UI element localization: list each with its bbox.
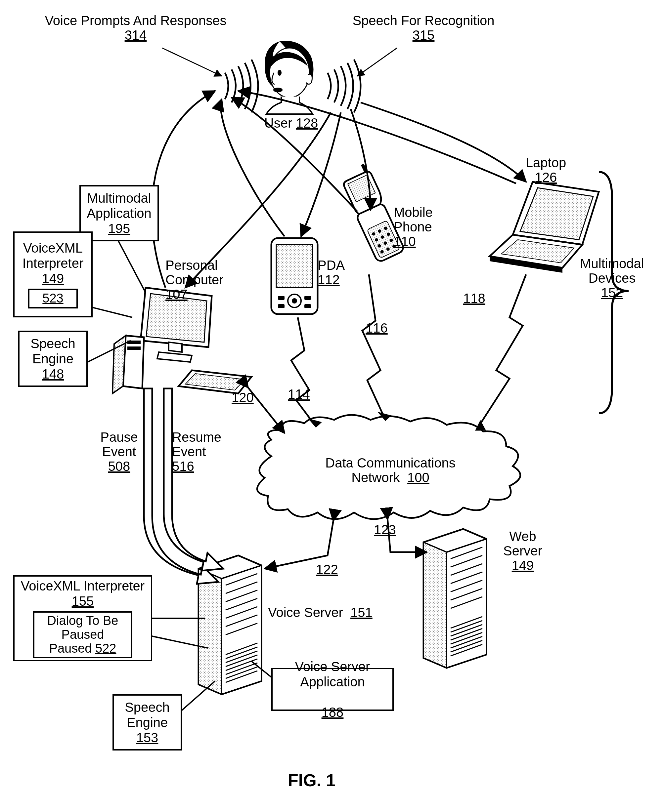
svg-rect-27 xyxy=(305,296,311,300)
label-pc: Personal Computer107 xyxy=(165,258,238,302)
ref-118: 118 xyxy=(463,291,485,306)
label-network: Data Communications Network 100 xyxy=(288,456,493,485)
ref-123: 123 xyxy=(374,522,396,537)
label-resume-event: Resume Event516 xyxy=(172,430,235,474)
label-web-server: Web Server149 xyxy=(493,529,552,573)
ref-120: 120 xyxy=(232,390,254,405)
box-voicexml-interp-vs: VoiceXML Interpreter 155 Dialog To Be Pa… xyxy=(13,575,152,661)
svg-point-5 xyxy=(273,88,283,92)
web-server-icon xyxy=(424,529,486,668)
ref-114: 114 xyxy=(288,387,310,401)
svg-rect-28 xyxy=(278,304,285,308)
box-speech-engine-vs: Speech Engine 153 xyxy=(113,694,182,750)
svg-rect-23 xyxy=(276,245,313,288)
svg-point-4 xyxy=(278,70,282,76)
ref-116: 116 xyxy=(365,321,388,335)
box-speech-engine-pc: Speech Engine 148 xyxy=(18,331,88,387)
label-mobile: Mobile Phone110 xyxy=(394,205,447,248)
label-voice-prompts: Voice Prompts And Responses 314 xyxy=(43,13,228,42)
figure-caption: FIG. 1 xyxy=(288,770,336,790)
label-pause-event: Pause Event508 xyxy=(93,430,146,474)
svg-point-25 xyxy=(292,298,297,304)
box-voicexml-interp-pc: VoiceXML Interpreter 149 523 xyxy=(13,232,93,317)
user-icon xyxy=(265,41,314,114)
soundwaves-out-icon xyxy=(328,59,360,113)
svg-rect-31 xyxy=(128,346,141,350)
ref-122: 122 xyxy=(316,562,338,577)
label-speech-rec: Speech For Recognition 315 xyxy=(347,13,500,42)
pc-icon xyxy=(113,288,251,394)
label-user: User 128 xyxy=(255,116,328,130)
svg-rect-29 xyxy=(305,304,311,308)
svg-rect-26 xyxy=(278,296,285,300)
box-vs-app: Voice Server Application 188 xyxy=(271,668,394,711)
label-voice-server: Voice Server 151 xyxy=(268,605,377,619)
label-pda: PDA112 xyxy=(318,258,357,287)
svg-marker-34 xyxy=(477,422,485,430)
label-laptop: Laptop126 xyxy=(516,155,576,185)
pda-icon xyxy=(271,238,318,314)
label-multimodal-devices: Multimodal Devices152 xyxy=(569,256,655,300)
